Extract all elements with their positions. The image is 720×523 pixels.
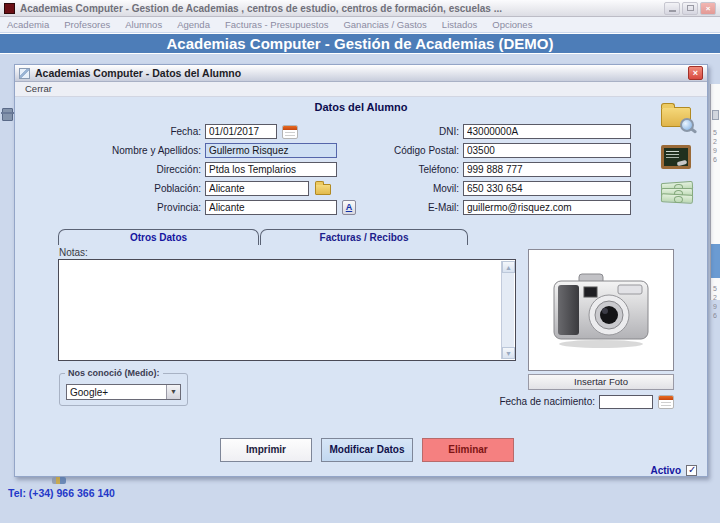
codigo-postal-label: Código Postal:	[339, 145, 459, 156]
birth-calendar-icon[interactable]	[658, 395, 674, 409]
email-label: E-Mail:	[339, 202, 459, 213]
dni-input[interactable]	[463, 124, 631, 139]
photo-box	[528, 249, 674, 371]
calendar-icon[interactable]	[282, 125, 298, 139]
insertar-foto-button[interactable]: Insertar Foto	[528, 374, 674, 390]
menu-agenda[interactable]: Agenda	[177, 19, 210, 30]
notas-label: Notas:	[59, 247, 88, 258]
magnifier-icon	[680, 118, 694, 132]
sliver-digits-bottom: 5 2 9 6	[713, 284, 717, 320]
imprimir-button[interactable]: Imprimir	[220, 438, 312, 462]
maximize-icon	[687, 5, 694, 11]
poblacion-label: Población:	[33, 183, 201, 194]
medio-value: Google+	[67, 387, 166, 398]
footer-phone: Tel: (+34) 966 366 140	[8, 487, 115, 499]
dialog-title: Academias Computer - Datos del Alumno	[35, 67, 688, 79]
dialog-titlebar: Academias Computer - Datos del Alumno ×	[15, 65, 707, 82]
activo-checkbox[interactable]	[686, 465, 697, 476]
medio-groupbox: Nos conoció (Medio): Google+ ▼	[59, 373, 188, 406]
nombre-label: Nombre y Apellidos:	[33, 145, 201, 156]
poblacion-input[interactable]	[205, 181, 309, 196]
menu-ganancias-gastos[interactable]: Ganancias / Gastos	[343, 19, 426, 30]
close-button[interactable]: ×	[700, 2, 716, 15]
movil-input[interactable]	[463, 181, 631, 196]
dialog-body: Datos del Alumno Fecha: Nombre y Apellid…	[15, 97, 707, 476]
search-folder-icon[interactable]	[661, 107, 691, 127]
app-banner-title: Academias Computer - Gestión de Academia…	[0, 33, 720, 54]
medio-legend: Nos conoció (Medio):	[65, 368, 163, 378]
medio-combobox[interactable]: Google+ ▼	[66, 384, 181, 400]
menu-listados[interactable]: Listados	[442, 19, 477, 30]
board-shape	[661, 145, 691, 169]
chevron-down-icon[interactable]: ▼	[166, 385, 180, 399]
folder-shape	[661, 107, 691, 127]
codigo-postal-input[interactable]	[463, 143, 631, 158]
eliminar-button[interactable]: Eliminar	[422, 438, 514, 462]
telefono-input[interactable]	[463, 162, 631, 177]
dialog-close-button[interactable]: ×	[688, 66, 703, 80]
dialog-icon	[19, 68, 30, 79]
fecha-label: Fecha:	[33, 126, 201, 137]
alumno-dialog: Academias Computer - Datos del Alumno × …	[14, 64, 708, 477]
dialog-heading: Datos del Alumno	[15, 101, 707, 113]
telefono-label: Teléfono:	[339, 164, 459, 175]
sliver-digits-top: 5 2 9 6	[713, 128, 717, 164]
camera-icon	[551, 271, 651, 349]
blackboard-icon[interactable]	[661, 145, 691, 169]
scroll-up-icon[interactable]: ▲	[502, 261, 515, 273]
minimize-icon	[669, 10, 676, 12]
direccion-label: Dirección:	[33, 164, 201, 175]
tab-otros-datos[interactable]: Otros Datos	[58, 229, 259, 245]
app-icon	[4, 3, 15, 14]
scroll-down-icon[interactable]: ▼	[502, 347, 515, 359]
main-menubar: Academia Profesores Alumnos Agenda Factu…	[0, 17, 720, 32]
menu-cerrar[interactable]: Cerrar	[25, 83, 52, 94]
movil-label: Movil:	[339, 183, 459, 194]
fecha-input[interactable]	[205, 124, 277, 139]
sliver-scroll-box	[712, 110, 719, 120]
menu-academia[interactable]: Academia	[7, 19, 49, 30]
menu-profesores[interactable]: Profesores	[64, 19, 110, 30]
fecha-nacimiento-label: Fecha de nacimiento:	[470, 396, 595, 407]
minimize-button[interactable]	[664, 2, 680, 15]
dialog-menubar: Cerrar	[15, 82, 707, 97]
taskbar-partial-icon	[52, 477, 66, 484]
main-titlebar: Academias Computer - Gestion de Academia…	[0, 0, 720, 17]
modificar-datos-button[interactable]: Modificar Datos	[321, 438, 413, 462]
tab-facturas-recibos[interactable]: Facturas / Recibos	[260, 229, 468, 245]
money-icon[interactable]	[661, 182, 695, 204]
provincia-input[interactable]	[205, 200, 337, 215]
sliver-selection-band	[711, 244, 720, 278]
email-input[interactable]	[463, 200, 631, 215]
notas-scrollbar[interactable]: ▲ ▼	[501, 261, 514, 359]
direccion-input[interactable]	[205, 162, 337, 177]
menu-opciones[interactable]: Opciones	[492, 19, 532, 30]
provincia-label: Provincia:	[33, 202, 201, 213]
menu-facturas-presupuestos[interactable]: Facturas - Presupuestos	[225, 19, 329, 30]
background-window-sliver: 5 2 9 6 5 2 9 6	[710, 84, 720, 300]
nombre-input[interactable]	[205, 143, 337, 158]
activo-label: Activo	[650, 465, 681, 476]
dni-label: DNI:	[339, 126, 459, 137]
folder-icon[interactable]	[315, 184, 331, 195]
fecha-nacimiento-input[interactable]	[599, 395, 653, 409]
menu-alumnos[interactable]: Alumnos	[125, 19, 162, 30]
notas-textarea[interactable]: ▲ ▼	[58, 259, 516, 361]
window-title: Academias Computer - Gestion de Academia…	[20, 3, 664, 14]
app-screen: Academias Computer - Gestion de Academia…	[0, 0, 720, 523]
money-shape	[661, 182, 695, 204]
maximize-button[interactable]	[682, 2, 698, 15]
background-partial-icon	[2, 108, 13, 121]
